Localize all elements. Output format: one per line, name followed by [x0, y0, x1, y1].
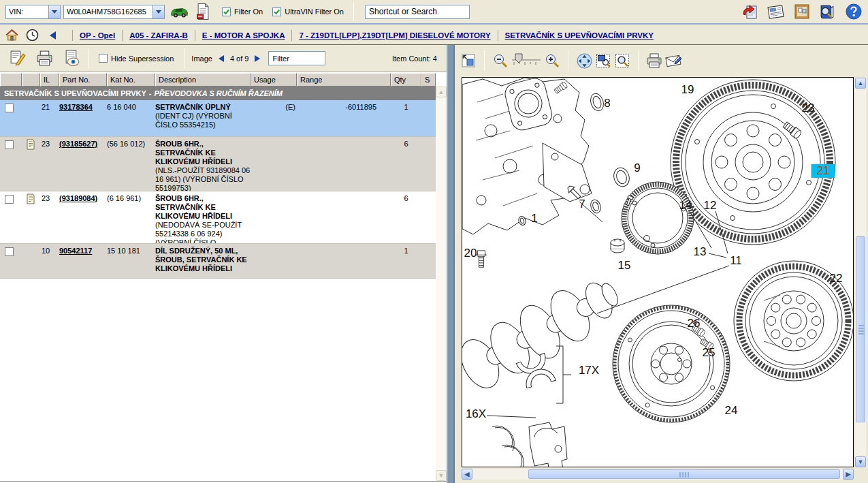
group-title: SETRVAČNÍK S UPEVŇOVACÍMI PRVKY: [4, 89, 146, 97]
filter-input[interactable]: [268, 51, 325, 65]
vin-type-combo[interactable]: VIN:: [5, 5, 61, 19]
column-header-s[interactable]: S: [421, 73, 436, 87]
pan-icon[interactable]: [575, 51, 594, 70]
column-header-kat-no[interactable]: Kat No.: [107, 73, 155, 87]
breadcrumb-link-model[interactable]: A05 - ZAFIRA-B: [129, 31, 188, 40]
row-checkbox[interactable]: [5, 104, 14, 112]
diagram-callout-11[interactable]: 11: [730, 254, 742, 268]
hide-supersession-checkbox[interactable]: [99, 54, 108, 63]
supersession-icon: [26, 139, 35, 150]
breadcrumb-link-make[interactable]: OP - Opel: [80, 31, 115, 40]
column-header-description[interactable]: Description: [155, 73, 251, 87]
column-header-range[interactable]: Range: [297, 73, 391, 87]
filter-on-checkbox[interactable]: [222, 7, 231, 16]
vin-value[interactable]: W0L0AHM758G162685: [64, 5, 152, 18]
diagram-callout-8[interactable]: 8: [604, 97, 610, 110]
column-header-checkbox[interactable]: [0, 73, 22, 87]
zoom-select-icon[interactable]: [594, 51, 613, 70]
diagram-callout-25[interactable]: 25: [703, 346, 716, 360]
column-header-usage[interactable]: Usage: [251, 73, 297, 87]
previous-image-icon[interactable]: [219, 55, 224, 62]
diagram-callout-15[interactable]: 15: [618, 259, 631, 272]
table-row[interactable]: 10 90542117 15 10 181 DÍL SDRUŽENÝ, 50 M…: [0, 244, 436, 279]
diagram-callout-17X[interactable]: 17X: [579, 364, 599, 377]
row-checkbox[interactable]: [5, 195, 14, 204]
zoom-slider[interactable]: [510, 51, 543, 70]
diagram-callout-9[interactable]: 9: [634, 161, 640, 175]
column-header-il[interactable]: IL: [40, 73, 59, 87]
news-icon[interactable]: [767, 3, 785, 21]
part-number-link[interactable]: (93189084): [59, 194, 97, 202]
scroll-down-button[interactable]: ▼: [436, 470, 447, 481]
diagram-callout-20[interactable]: 20: [464, 247, 477, 260]
row-checkbox[interactable]: [5, 247, 14, 256]
column-header-qty[interactable]: Qty: [391, 73, 421, 87]
breadcrumb-link-section[interactable]: SETRVAČNÍK S UPEVŇOVACÍMI PRVKY: [505, 31, 654, 40]
vehicle-icon[interactable]: [170, 3, 189, 21]
slider-handle: [515, 54, 522, 63]
vehicle-document-icon[interactable]: [194, 3, 212, 21]
column-header-flag[interactable]: [22, 73, 40, 87]
part-number-link[interactable]: 90542117: [59, 247, 92, 255]
row-checkbox[interactable]: [5, 140, 14, 149]
diagram-callout-26[interactable]: 26: [688, 317, 701, 330]
diagram-callout-1[interactable]: 1: [531, 212, 537, 225]
home-icon[interactable]: [4, 28, 19, 43]
ultravin-checkbox[interactable]: [272, 7, 281, 16]
part-number-link[interactable]: 93178364: [59, 103, 93, 111]
print-preview-icon[interactable]: [61, 48, 82, 69]
table-row[interactable]: 21 93178364 6 16 040 SETRVAČNÍK ÚPLNÝ (I…: [0, 100, 436, 137]
scroll-up-button[interactable]: ▲: [436, 87, 447, 97]
fit-page-icon[interactable]: [459, 51, 478, 70]
diagram-viewport[interactable]: 198232197114121311152022262517X16X24: [462, 77, 854, 467]
zoom-in-icon[interactable]: [543, 51, 562, 70]
scroll-left-button[interactable]: ◀: [462, 469, 472, 480]
group-subtitle: PŘEVODOVKA S RUČNÍM ŘAZENÍM: [155, 89, 283, 97]
vscroll-thumb[interactable]: [856, 236, 865, 422]
diagram-callout-24[interactable]: 24: [725, 404, 738, 418]
print-image-icon[interactable]: [645, 51, 664, 70]
next-image-icon[interactable]: [255, 55, 260, 62]
column-header-part-no[interactable]: Part No.: [59, 73, 107, 87]
breadcrumb: OP - Opel A05 - ZAFIRA-B E - MOTOR A SPO…: [0, 26, 868, 45]
chevron-down-icon: [52, 10, 57, 14]
panel-splitter[interactable]: [447, 45, 455, 483]
diagram-callout-12[interactable]: 12: [704, 199, 717, 213]
catalog-search-icon[interactable]: [818, 3, 837, 21]
back-icon[interactable]: [45, 28, 60, 43]
table-row[interactable]: 23 (93189084) (6 16 961) ŠROUB 6HR., SET…: [0, 191, 436, 244]
scroll-down-button[interactable]: ▼: [855, 456, 866, 467]
diagram-callout-19[interactable]: 19: [681, 83, 694, 97]
search-input[interactable]: [365, 5, 470, 19]
vin-label: VIN:: [6, 5, 48, 18]
history-clock-icon[interactable]: [25, 28, 39, 43]
print-icon[interactable]: [34, 48, 54, 69]
bulletin-board-icon[interactable]: [792, 3, 811, 21]
parts-table-scrollbar[interactable]: [436, 87, 447, 481]
part-number-link[interactable]: (93185627): [59, 140, 97, 148]
row-description-note: (NLS.-POUŽÍT 93189084 06 16 961) (VÝROBN…: [155, 166, 251, 191]
breadcrumb-link-group[interactable]: E - MOTOR A SPOJKA: [202, 31, 285, 40]
row-il: 23: [40, 137, 59, 191]
diagram-callout-7[interactable]: 7: [579, 198, 585, 211]
diagram-callout-13[interactable]: 13: [694, 245, 707, 259]
help-icon[interactable]: [844, 3, 863, 21]
hscroll-thumb[interactable]: [528, 469, 840, 479]
zoom-window-icon[interactable]: [613, 51, 632, 70]
diagram-callout-16X[interactable]: 16X: [466, 407, 486, 421]
scroll-right-button[interactable]: ▶: [843, 469, 854, 480]
edit-icon[interactable]: [7, 48, 27, 69]
diagram-callout-14[interactable]: 14: [679, 199, 692, 213]
zoom-out-icon[interactable]: [491, 51, 510, 70]
vin-type-dropdown-button[interactable]: [48, 5, 60, 18]
diagram-callout-23[interactable]: 23: [802, 102, 815, 115]
vin-value-dropdown-button[interactable]: [152, 5, 164, 18]
breadcrumb-link-engine[interactable]: 7 - Z19DTL[LPP],Z19DT[LPM] DIESELOVÉ MOT…: [299, 31, 490, 40]
email-image-icon[interactable]: [664, 51, 683, 70]
scroll-up-button[interactable]: ▲: [855, 78, 866, 89]
table-row[interactable]: 23 (93185627) (56 16 012) ŠROUB 6HR., SE…: [0, 137, 436, 191]
return-document-icon[interactable]: [741, 3, 759, 21]
vin-value-combo[interactable]: W0L0AHM758G162685: [63, 5, 165, 19]
diagram-callout-22[interactable]: 22: [830, 272, 843, 285]
diagram-callout-21[interactable]: 21: [811, 164, 835, 178]
